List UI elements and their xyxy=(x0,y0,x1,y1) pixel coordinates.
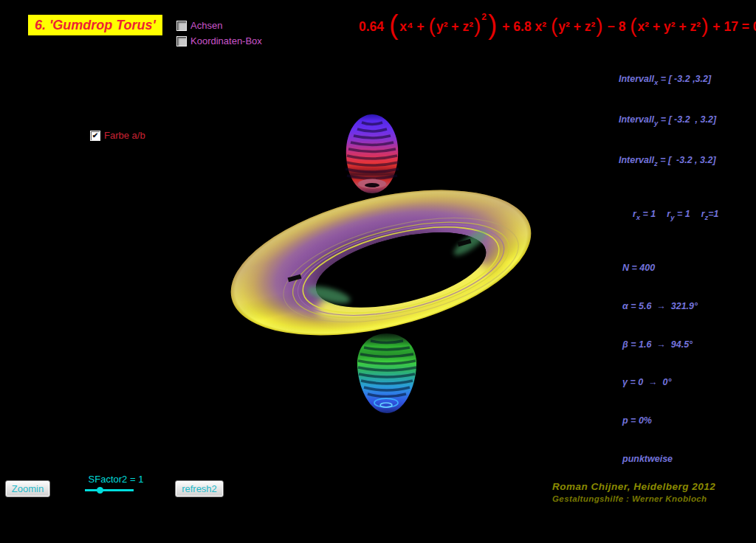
formula-paren: ( xyxy=(389,10,398,41)
formula-paren: ) xyxy=(701,14,708,38)
formula-paren: ( xyxy=(551,14,557,38)
refresh2-button[interactable]: refresh2 xyxy=(175,480,224,497)
credits: Roman Chijner, Heidelberg 2012 Gestaltun… xyxy=(552,481,715,503)
formula-term: + 6.8 x² xyxy=(498,19,550,35)
sfactor2-slider-track[interactable] xyxy=(85,489,134,491)
formula-paren: ) xyxy=(488,10,497,41)
check-icon: ✔ xyxy=(92,131,98,139)
beta-line: β = 1.6 → 94.5° xyxy=(622,339,719,351)
surface-formula: 0.64 ( x⁴ + ( y² + z² ) 2 ) + 6.8 x² ( y… xyxy=(359,9,756,44)
formula-exponent: 2 xyxy=(481,12,487,22)
credits-design-help: Gestaltungshilfe : Werner Knobloch xyxy=(552,494,715,503)
formula-paren: ) xyxy=(474,14,481,38)
achsen-label: Achsen xyxy=(190,20,222,31)
torus xyxy=(216,164,546,362)
formula-paren: ( xyxy=(630,14,636,38)
intervall-x-line: Intervallx = [ -3.2 ,3.2] xyxy=(619,73,719,89)
gamma-line: γ = 0 → 0° xyxy=(622,376,719,389)
farbe-label: Farbe a/b xyxy=(104,130,145,141)
formula-paren: ) xyxy=(596,14,602,38)
intervall-z-line: Intervallz = [ -3.2 , 3.2] xyxy=(619,154,719,170)
farbe-checkbox[interactable]: ✔ xyxy=(90,131,100,141)
mode-line: punktweise xyxy=(622,453,719,466)
alpha-line: α = 5.6 → 321.9° xyxy=(622,300,719,313)
farbe-checkbox-row[interactable]: ✔ Farbe a/b xyxy=(90,130,145,141)
p-line: p = 0% xyxy=(622,415,719,427)
n-line: N = 400 xyxy=(622,262,719,274)
koordinaten-box-label: Koordinaten-Box xyxy=(190,35,262,46)
koordinaten-box-checkbox-row[interactable]: Koordinaten-Box xyxy=(176,35,262,46)
gumdrop-top xyxy=(346,114,399,193)
app-title-box: 6. 'Gumdrop Torus' xyxy=(28,15,162,35)
formula-term: x⁴ + xyxy=(399,19,427,35)
sfactor2-slider-label: SFactor2 = 1 xyxy=(75,474,157,485)
achsen-checkbox[interactable] xyxy=(176,21,187,31)
zoomin-button[interactable]: Zoomin xyxy=(5,480,50,497)
parameter-panel: Intervallx = [ -3.2 ,3.2] Intervally = [… xyxy=(619,47,719,479)
formula-coef: 0.64 xyxy=(359,19,388,35)
app-title: 6. 'Gumdrop Torus' xyxy=(35,18,156,33)
formula-paren: ( xyxy=(429,14,436,38)
sfactor2-slider-thumb[interactable] xyxy=(97,487,103,494)
achsen-checkbox-row[interactable]: Achsen xyxy=(176,20,222,31)
formula-term: + 17 = 0 xyxy=(709,19,756,35)
formula-term: y² + z² xyxy=(436,19,473,35)
formula-term: x² + y² + z² xyxy=(638,19,701,35)
formula-term: − 8 xyxy=(604,19,630,35)
r-values-line: rx = 1ry = 1rz=1 xyxy=(622,196,719,236)
gumdrop-bottom xyxy=(357,333,416,413)
koordinaten-box-checkbox[interactable] xyxy=(176,36,187,46)
formula-term: y² + z² xyxy=(558,19,595,35)
credits-author: Roman Chijner, Heidelberg 2012 xyxy=(552,481,715,492)
intervall-y-line: Intervally = [ -3.2 , 3.2] xyxy=(619,114,719,129)
